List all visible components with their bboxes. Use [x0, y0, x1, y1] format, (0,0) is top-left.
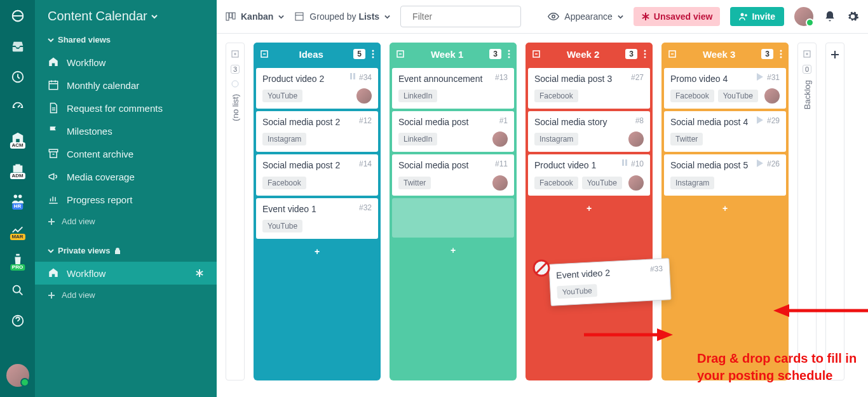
gauge-icon[interactable] — [11, 100, 25, 114]
card[interactable]: Product video 1#10 FacebookYouTube — [528, 154, 650, 195]
appearance-selector[interactable]: Appearance — [548, 11, 623, 22]
svg-point-17 — [372, 50, 374, 52]
logo-icon[interactable] — [11, 9, 25, 23]
sidebar-item-content-archive[interactable]: Content archive — [35, 142, 217, 165]
filter-input-wrap[interactable] — [400, 6, 521, 27]
filter-input[interactable] — [412, 11, 524, 22]
sidebar-item-media-coverage[interactable]: Media coverage — [35, 165, 217, 188]
column-menu-icon[interactable] — [780, 50, 782, 58]
card[interactable]: Promo video 4#31 FacebookYouTube — [664, 68, 786, 109]
workspace-pro-icon[interactable]: PRO — [11, 253, 25, 267]
invite-button[interactable]: Invite — [730, 7, 784, 26]
card[interactable]: Social media post#1 LinkedIn — [392, 111, 514, 152]
dragging-card[interactable]: Event video 2 #33 YouTube — [548, 258, 671, 306]
workspace-mar-icon[interactable]: MAR — [11, 222, 25, 236]
kanban-board: 3 (no list) Ideas 5 Product video 2#34 Y… — [217, 34, 868, 389]
tag: Instagram — [534, 133, 578, 145]
flag-icon — [48, 125, 59, 137]
sidebar-item-request-for-comments[interactable]: Request for comments — [35, 97, 217, 119]
tag: LinkedIn — [398, 133, 437, 145]
project-title[interactable]: Content Calendar — [35, 9, 217, 35]
lock-icon — [114, 247, 121, 255]
add-card-button[interactable]: + — [390, 240, 517, 260]
user-avatar[interactable] — [6, 364, 29, 387]
sidebar-item-progress-report[interactable]: Progress report — [35, 188, 217, 211]
inbox-icon[interactable] — [11, 39, 25, 53]
collapse-icon[interactable] — [396, 50, 405, 58]
add-card-button[interactable]: + — [661, 198, 789, 219]
card[interactable]: Social media post 3#27 Facebook — [528, 68, 650, 109]
add-view-button[interactable]: Add view — [35, 211, 217, 232]
workspace-acm-icon[interactable]: ACM — [11, 131, 25, 145]
card[interactable]: Social media post 4#29 Twitter — [664, 111, 786, 152]
private-views-header[interactable]: Private views — [48, 246, 204, 255]
card-title: Social media post — [398, 159, 491, 171]
view-type-selector[interactable]: Kanban — [226, 11, 284, 22]
expand-icon[interactable] — [803, 50, 811, 58]
sidebar-item-milestones[interactable]: Milestones — [35, 119, 217, 142]
workspace-hr-icon[interactable]: HR — [11, 192, 25, 206]
backlog-label: Backlog — [803, 80, 812, 109]
add-card-button[interactable]: + — [254, 241, 381, 262]
settings-icon[interactable] — [846, 10, 859, 23]
assignee-avatar[interactable] — [356, 88, 372, 104]
shared-views-header[interactable]: Shared views — [48, 35, 204, 44]
topbar: Kanban Grouped by Lists Appearance Unsav… — [217, 0, 868, 34]
sidebar-item-label: Media coverage — [67, 172, 135, 182]
svg-point-18 — [372, 53, 374, 55]
unsaved-view-button[interactable]: Unsaved view — [634, 7, 721, 26]
group-icon — [294, 11, 304, 22]
collapse-icon[interactable] — [260, 50, 269, 58]
expand-icon[interactable] — [231, 50, 240, 58]
backlog-column[interactable]: 0 Backlog — [797, 43, 817, 380]
plus-icon — [48, 218, 55, 225]
backlog-count: 0 — [803, 65, 811, 74]
card[interactable]: Product video 2#34 YouTube — [256, 68, 378, 109]
add-private-view-button[interactable]: Add view — [35, 285, 217, 306]
column-menu-icon[interactable] — [644, 50, 646, 58]
collapse-icon[interactable] — [532, 50, 541, 58]
column-menu-icon[interactable] — [372, 50, 374, 58]
column-menu-icon[interactable] — [508, 50, 510, 58]
sidebar-item-workflow[interactable]: Workflow — [35, 51, 217, 74]
card[interactable]: Social media post#11 Twitter — [392, 154, 514, 195]
column-header[interactable]: Ideas 5 — [254, 43, 381, 65]
group-by-selector[interactable]: Grouped by Lists — [294, 11, 390, 22]
search-icon[interactable] — [11, 283, 25, 297]
card[interactable]: Social media post 2#14 Facebook — [256, 154, 378, 195]
assignee-avatar[interactable] — [764, 88, 780, 104]
column-header[interactable]: Week 1 3 — [390, 43, 517, 65]
column-header[interactable]: Week 3 3 — [661, 43, 789, 65]
archive-icon — [48, 148, 59, 159]
card[interactable]: Event announcement#13 LinkedIn — [392, 68, 514, 109]
tag: LinkedIn — [398, 90, 437, 102]
card[interactable]: Social media story#8 Instagram — [528, 111, 650, 152]
assignee-avatar[interactable] — [492, 175, 508, 191]
assignee-avatar[interactable] — [628, 175, 644, 191]
add-card-button[interactable]: + — [526, 198, 653, 219]
help-icon[interactable] — [11, 314, 25, 328]
card-id: #1 — [499, 116, 508, 125]
add-column-button[interactable] — [825, 43, 844, 380]
card[interactable]: Event video 1#32 YouTube — [256, 198, 378, 239]
card-id: #13 — [495, 73, 508, 82]
sidebar-item-workflow[interactable]: Workflow — [35, 262, 217, 285]
chevron-down-icon — [384, 14, 390, 20]
sidebar-item-monthly-calendar[interactable]: Monthly calendar — [35, 74, 217, 97]
sidebar-item-label: Content archive — [67, 149, 133, 159]
clock-icon[interactable] — [11, 70, 25, 84]
tag: Instagram — [262, 133, 306, 145]
collapse-icon[interactable] — [668, 50, 677, 58]
nolist-column[interactable]: 3 (no list) — [226, 43, 245, 380]
kanban-icon — [226, 11, 236, 22]
workspace-adm-icon[interactable]: ADM — [11, 161, 25, 175]
card-id: #8 — [635, 116, 644, 125]
pause-icon — [350, 73, 355, 79]
svg-rect-6 — [49, 81, 58, 90]
card[interactable]: Social media post 5#26 Instagram — [664, 154, 786, 195]
card[interactable]: Social media post 2#12 Instagram — [256, 111, 378, 152]
column-header[interactable]: Week 2 3 — [526, 43, 653, 65]
notifications-icon[interactable] — [824, 10, 836, 23]
topbar-avatar[interactable] — [794, 7, 813, 26]
column-count: 3 — [625, 49, 637, 59]
